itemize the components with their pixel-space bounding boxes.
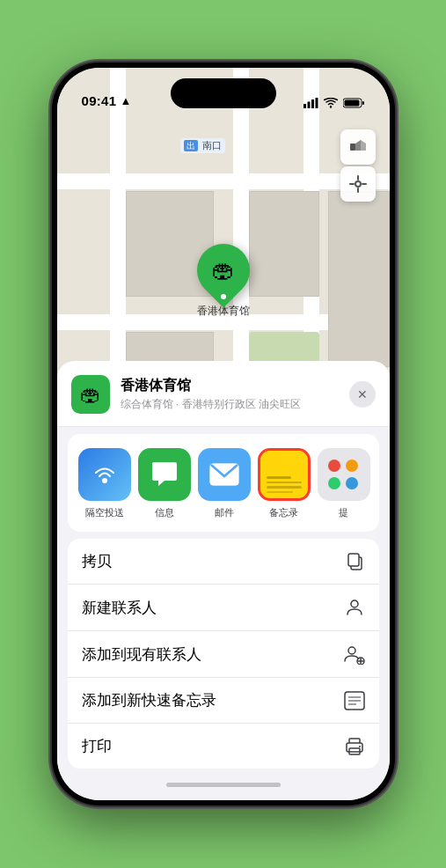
action-copy[interactable]: 拷贝 <box>68 539 379 585</box>
location-icon: ▲ <box>120 94 131 107</box>
copy-icon <box>346 552 365 571</box>
map-type-button[interactable] <box>340 129 376 165</box>
bottom-sheet: 🏟 香港体育馆 综合体育馆 · 香港特别行政区 油尖旺区 ✕ <box>57 361 390 800</box>
svg-point-4 <box>329 106 331 107</box>
svg-rect-7 <box>344 100 359 107</box>
venue-subtitle: 综合体育馆 · 香港特别行政区 油尖旺区 <box>121 397 339 412</box>
map-building <box>328 191 390 367</box>
venue-name: 香港体育馆 <box>121 377 339 395</box>
share-message[interactable]: 信息 <box>138 448 191 519</box>
action-add-existing[interactable]: 添加到现有联系人 <box>68 631 379 678</box>
mail-icon <box>198 448 251 501</box>
share-row: 隔空投送 信息 <box>68 434 379 532</box>
new-contact-label: 新建联系人 <box>82 598 157 618</box>
message-icon <box>138 448 191 501</box>
svg-point-16 <box>102 478 107 483</box>
airdrop-icon <box>78 448 131 501</box>
map-building <box>249 191 319 297</box>
more-icon <box>318 448 370 501</box>
new-contact-icon <box>344 597 365 618</box>
more-label: 提 <box>339 506 348 519</box>
home-bar <box>166 783 281 787</box>
sheet-header: 🏟 香港体育馆 综合体育馆 · 香港特别行政区 油尖旺区 ✕ <box>57 361 390 427</box>
signal-icon <box>303 98 318 108</box>
pin-dot <box>221 294 226 299</box>
print-icon <box>344 737 365 756</box>
share-airdrop[interactable]: 隔空投送 <box>78 448 131 519</box>
share-more[interactable]: 提 <box>318 448 370 519</box>
venue-info: 香港体育馆 综合体育馆 · 香港特别行政区 油尖旺区 <box>121 377 339 412</box>
svg-rect-3 <box>315 98 318 108</box>
svg-point-11 <box>355 181 361 187</box>
venue-icon: 🏟 <box>71 375 110 414</box>
print-label: 打印 <box>82 736 112 756</box>
quick-note-icon <box>344 691 365 710</box>
svg-point-22 <box>348 647 355 654</box>
location-button[interactable] <box>340 166 376 202</box>
action-list: 拷贝 新建联系人 添加到现有联系人 <box>68 539 379 769</box>
close-button[interactable]: ✕ <box>349 381 376 408</box>
status-time: 09:41 <box>82 93 117 108</box>
svg-rect-2 <box>311 99 314 108</box>
map-pin: 🏟 香港体育馆 <box>197 244 250 319</box>
svg-marker-9 <box>355 140 361 151</box>
action-quick-note[interactable]: 添加到新快速备忘录 <box>68 678 379 724</box>
add-existing-label: 添加到现有联系人 <box>82 644 201 665</box>
pin-icon: 🏟 <box>212 257 235 284</box>
svg-point-32 <box>359 746 361 747</box>
airdrop-label: 隔空投送 <box>85 506 124 519</box>
notes-label: 备忘录 <box>269 506 298 519</box>
quick-note-label: 添加到新快速备忘录 <box>82 690 216 710</box>
map-controls <box>340 129 376 202</box>
home-indicator <box>57 774 390 800</box>
share-mail[interactable]: 邮件 <box>198 448 251 519</box>
add-existing-icon <box>342 644 365 665</box>
action-new-contact[interactable]: 新建联系人 <box>68 585 379 631</box>
dynamic-island <box>171 78 276 108</box>
wifi-icon <box>324 98 338 108</box>
phone-screen: 09:41 ▲ <box>57 68 390 800</box>
svg-point-21 <box>351 600 358 607</box>
action-print[interactable]: 打印 <box>68 724 379 769</box>
message-label: 信息 <box>155 506 174 519</box>
map-label: 出 南口 <box>180 138 225 153</box>
share-notes[interactable]: 备忘录 <box>258 448 311 519</box>
svg-rect-1 <box>307 102 310 109</box>
mail-label: 邮件 <box>215 506 234 519</box>
svg-rect-0 <box>303 104 306 108</box>
copy-label: 拷贝 <box>82 551 112 571</box>
battery-icon <box>343 98 365 108</box>
svg-rect-8 <box>350 143 355 151</box>
svg-marker-10 <box>361 140 366 151</box>
svg-rect-20 <box>348 554 359 566</box>
svg-rect-6 <box>362 101 364 105</box>
notes-icon <box>258 448 311 501</box>
phone-frame: 09:41 ▲ <box>52 63 395 805</box>
status-icons <box>303 98 365 108</box>
